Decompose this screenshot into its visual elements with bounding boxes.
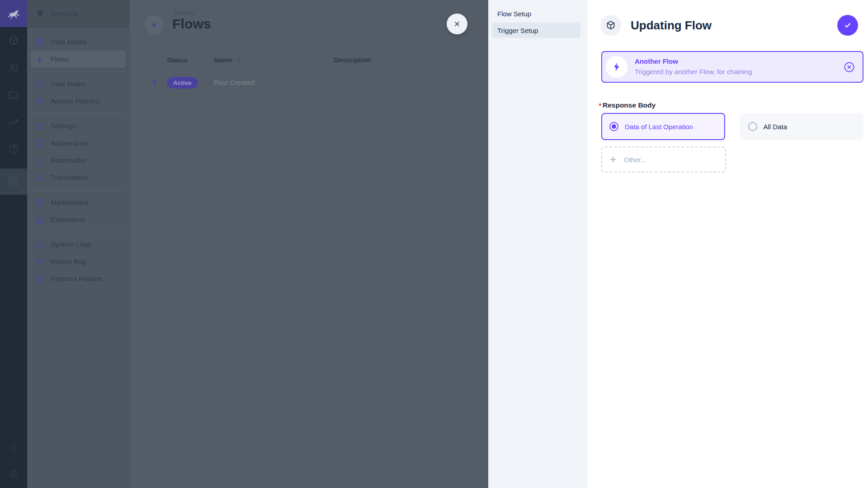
sort-icon — [236, 56, 243, 64]
module-users[interactable] — [0, 54, 27, 81]
nav-item-appearance[interactable]: Appearance — [31, 135, 126, 152]
nav-item-user-roles[interactable]: User Roles — [31, 75, 126, 93]
close-circle-icon — [843, 61, 855, 73]
shield-icon — [34, 96, 45, 107]
response-body-label: Response Body — [603, 101, 656, 109]
column-header-status[interactable]: Status — [167, 56, 188, 64]
nav-item-flows[interactable]: Flows — [31, 51, 126, 68]
account-icon — [8, 468, 19, 479]
plus-icon — [609, 155, 618, 164]
nav-item-settings[interactable]: Settings — [31, 117, 126, 135]
nav-item-bookmarks[interactable]: Bookmarks — [31, 152, 126, 169]
drawer-nav-flow-setup[interactable]: Flow Setup — [488, 6, 580, 21]
radio-selected-icon — [609, 122, 618, 131]
translate-icon — [34, 173, 45, 183]
other-option-button[interactable]: Other... — [601, 146, 726, 173]
notifications-button[interactable] — [0, 436, 27, 460]
selected-trigger-card[interactable]: Another Flow Triggered by another Flow, … — [601, 51, 863, 83]
module-bar-bottom — [0, 436, 27, 488]
nav-item-label: User Roles — [51, 80, 85, 88]
directus-app: Directus Data Model Flows — [0, 0, 868, 488]
drawer-nav-label: Flow Setup — [497, 10, 531, 18]
nav-item-access-policies[interactable]: Access Policies — [31, 93, 126, 110]
settings-gear-icon — [8, 176, 19, 188]
column-header-name[interactable]: Name — [214, 56, 243, 64]
module-insights[interactable] — [0, 108, 27, 136]
nav-item-label: Marketplace — [51, 198, 89, 206]
drawer-sidebar: Flow Setup Trigger Setup — [488, 0, 588, 488]
nav-item-data-model[interactable]: Data Model — [31, 33, 126, 51]
nav-item-label: Bookmarks — [51, 156, 86, 164]
radio-unselected-icon — [748, 122, 757, 131]
breadcrumb[interactable]: Settings — [173, 10, 195, 16]
deselect-trigger-button[interactable] — [843, 61, 855, 73]
nav-divider — [32, 190, 125, 190]
bolt-icon — [612, 62, 622, 72]
nav-item-label: Request Feature — [51, 275, 103, 283]
nav-item-label: Access Policies — [51, 97, 99, 105]
notifications-bell-icon — [8, 442, 19, 454]
cube-icon — [605, 20, 616, 31]
drawer-title: Updating Flow — [631, 19, 712, 33]
flows-page: Settings Flows Status Name Description A… — [130, 0, 488, 488]
nav-item-label: Extensions — [51, 216, 85, 224]
nav-item-marketplace[interactable]: Marketplace — [31, 194, 126, 211]
terminal-icon — [34, 239, 45, 250]
bookmark-icon — [34, 155, 45, 166]
check-icon — [843, 20, 853, 30]
insights-chart-icon — [8, 116, 19, 128]
response-body-options: Data of Last Operation All Data — [601, 113, 863, 140]
directus-logo[interactable] — [0, 0, 27, 27]
close-icon — [453, 19, 462, 28]
other-option-label: Other... — [624, 156, 646, 164]
palette-icon — [34, 138, 45, 149]
drawer-nav-trigger-setup[interactable]: Trigger Setup — [492, 23, 580, 38]
feature-badge-icon — [34, 274, 45, 284]
nav-item-extensions[interactable]: Extensions — [31, 211, 126, 228]
module-files[interactable] — [0, 81, 27, 108]
column-header-description[interactable]: Description — [334, 56, 371, 64]
nav-divider — [32, 113, 125, 114]
content-cube-icon — [8, 35, 19, 47]
option-data-of-last-operation[interactable]: Data of Last Operation — [601, 113, 725, 140]
nav-divider — [32, 232, 125, 232]
drawer-title-icon-circle — [600, 15, 621, 36]
status-badge: Active — [167, 77, 198, 89]
module-bar — [0, 0, 27, 488]
account-button[interactable] — [0, 462, 27, 485]
save-button[interactable] — [837, 15, 858, 36]
option-all-data[interactable]: All Data — [740, 113, 864, 140]
storefront-icon — [34, 197, 45, 208]
help-icon — [8, 143, 19, 155]
settings-nav-panel: Directus Data Model Flows — [27, 0, 130, 488]
nav-list: Data Model Flows User Roles Acces — [27, 28, 129, 287]
nav-item-translations[interactable]: Translations — [31, 169, 126, 186]
nav-divider — [32, 71, 125, 72]
drawer-close-button[interactable] — [447, 14, 467, 34]
bolt-icon — [150, 78, 160, 88]
nav-item-label: Settings — [51, 122, 76, 130]
files-folder-icon — [8, 89, 19, 101]
bolt-icon — [150, 20, 159, 29]
nav-item-label: Data Model — [51, 38, 86, 46]
project-diamond-icon — [35, 9, 45, 19]
module-help[interactable] — [0, 136, 27, 163]
database-icon — [34, 37, 45, 47]
module-settings[interactable] — [0, 169, 27, 195]
page-title-icon-circle — [145, 15, 164, 34]
nav-item-label: Report Bug — [51, 258, 86, 266]
tune-sliders-icon — [34, 121, 45, 131]
column-header-name-label: Name — [214, 56, 232, 64]
nav-item-request-feature[interactable]: Request Feature — [31, 270, 126, 287]
drawer-panel: Updating Flow Another Flow Triggered by … — [588, 0, 868, 488]
module-bar-divider — [5, 460, 22, 461]
required-indicator — [599, 103, 601, 106]
module-content[interactable] — [0, 27, 27, 54]
bug-icon — [34, 257, 45, 267]
users-icon — [8, 62, 19, 74]
nav-item-system-logs[interactable]: System Logs — [31, 236, 126, 253]
option-label: All Data — [764, 123, 788, 131]
project-bar[interactable]: Directus — [27, 0, 129, 28]
nav-item-report-bug[interactable]: Report Bug — [31, 253, 126, 270]
nav-item-label: Appearance — [51, 139, 89, 147]
